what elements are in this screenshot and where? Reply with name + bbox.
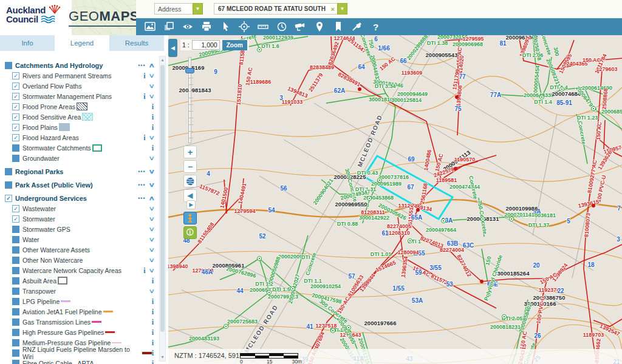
chevron-down-icon[interactable]: ∨ <box>148 215 155 222</box>
layer-checkbox[interactable] <box>12 236 19 243</box>
scrollbar-thumb[interactable] <box>160 65 165 332</box>
layer-row[interactable]: ✓Stormwater∨ <box>0 214 157 224</box>
layer-row[interactable]: RNZ Liquid Fuels Pipeline Marsden to Wir… <box>0 348 157 358</box>
street-view-pegman-button[interactable] <box>183 212 197 224</box>
info-icon[interactable]: i <box>143 73 145 79</box>
zoom-in-button[interactable]: + <box>183 146 197 158</box>
chevron-down-icon[interactable]: ∨ <box>148 288 155 294</box>
chevron-down-icon[interactable]: ∨ <box>148 267 155 274</box>
info-icon[interactable]: i <box>152 329 154 335</box>
layer-row[interactable]: ✓Flood Plainsi <box>0 122 157 132</box>
layer-group-row[interactable]: Park Asset (Public View)•••∨ <box>0 180 157 190</box>
tab-legend[interactable]: Legend <box>55 35 109 51</box>
layer-row[interactable]: Gas Transmission Linesi <box>0 317 157 327</box>
layer-checkbox[interactable] <box>12 257 19 264</box>
layer-row[interactable]: ✓Flood Prone Areasi <box>0 101 157 112</box>
layers-icon[interactable] <box>162 21 175 33</box>
layer-checkbox[interactable] <box>12 277 19 285</box>
layer-checkbox[interactable]: ✓ <box>12 93 19 100</box>
history-icon[interactable] <box>275 21 288 33</box>
chevron-down-icon[interactable]: ∨ <box>148 93 155 99</box>
layer-row[interactable]: ✓Flood Hazard Areasi∨ <box>0 132 157 143</box>
layer-row[interactable]: ✓Flood Sensitive Areai <box>0 112 157 122</box>
layer-checkbox[interactable] <box>5 62 12 69</box>
layer-checkbox[interactable] <box>12 318 19 326</box>
chevron-down-icon[interactable]: ∨ <box>148 155 155 161</box>
zoom-slider-handle[interactable] <box>185 68 194 73</box>
chevron-down-icon[interactable]: ∨ <box>148 72 155 79</box>
layer-checkbox[interactable] <box>12 349 19 357</box>
layer-group-row[interactable]: ✓Underground Services•••∧ <box>0 193 157 203</box>
info-icon[interactable]: i <box>152 145 154 151</box>
tab-results[interactable]: Results <box>109 35 164 51</box>
sidebar-scrollbar[interactable]: ▲ ▼ <box>159 56 166 362</box>
layer-row[interactable]: Aviation JetA1 Fuel Pipelinei <box>0 306 157 317</box>
bookmark-icon[interactable] <box>332 21 344 33</box>
layer-checkbox[interactable]: ✓ <box>12 113 19 121</box>
info-icon[interactable]: i <box>152 114 154 120</box>
layer-checkbox[interactable] <box>12 288 19 295</box>
layer-checkbox[interactable]: ✓ <box>12 134 19 141</box>
layer-row[interactable]: ✓Stormwater Management Plansi∨ <box>0 91 157 101</box>
overflow-menu-icon[interactable]: ••• <box>138 169 145 175</box>
chevron-down-icon[interactable]: ∨ <box>148 226 155 232</box>
info-icon[interactable]: i <box>152 319 154 325</box>
search-type-select[interactable]: Address ▼ <box>154 3 203 15</box>
layer-checkbox[interactable] <box>12 226 19 233</box>
identify-info-button[interactable]: ⓘ <box>183 226 197 239</box>
layer-row[interactable]: Stormwater Catchmentsi <box>0 143 157 153</box>
selected-parcel[interactable] <box>364 156 453 219</box>
layer-row[interactable]: Asbuilt Areai <box>0 275 157 286</box>
chevron-down-icon[interactable]: ∨ <box>148 236 155 243</box>
info-icon[interactable]: i <box>152 278 154 284</box>
layer-checkbox[interactable]: ✓ <box>12 83 19 90</box>
info-icon[interactable]: i <box>152 309 154 315</box>
next-extent-button[interactable]: ▶ <box>186 200 196 209</box>
search-input[interactable]: 67 MCLEOD ROAD TE ATATU SOUTH × ▼ <box>214 3 347 15</box>
zoom-button[interactable]: Zoom <box>222 40 247 50</box>
info-icon[interactable]: i <box>143 135 145 141</box>
locate-icon[interactable] <box>238 21 250 33</box>
search-type-dropdown-icon[interactable]: ▼ <box>193 3 203 15</box>
info-icon[interactable]: i <box>152 340 154 346</box>
info-icon[interactable]: i <box>152 104 154 110</box>
full-extent-globe-button[interactable] <box>183 175 197 187</box>
layer-checkbox[interactable]: ✓ <box>12 124 19 131</box>
layer-group-row[interactable]: Regional Parks•••∨ <box>0 166 157 177</box>
layer-row[interactable]: Groundwater∨ <box>0 153 157 163</box>
chevron-up-icon[interactable]: ∧ <box>148 62 155 69</box>
chevron-down-icon[interactable]: ∨ <box>148 134 155 141</box>
visibility-icon[interactable] <box>181 21 194 33</box>
zoom-slider[interactable] <box>186 57 194 143</box>
drop-pin-icon[interactable] <box>313 21 326 33</box>
chevron-down-icon[interactable]: ∨ <box>148 83 155 89</box>
layer-checkbox[interactable] <box>12 298 19 305</box>
tab-info[interactable]: Info <box>0 35 55 51</box>
clear-search-icon[interactable]: × <box>329 5 337 13</box>
layer-row[interactable]: ✓Rivers and Permanent Streamsi∨ <box>0 70 157 81</box>
layer-checkbox[interactable]: ✓ <box>12 215 19 223</box>
layer-checkbox[interactable] <box>5 181 12 189</box>
layer-row[interactable]: Other Non Watercare∨ <box>0 255 157 265</box>
select-cursor-icon[interactable] <box>219 21 231 33</box>
layer-row[interactable]: Transpower∨ <box>0 286 157 296</box>
layer-checkbox[interactable] <box>12 144 19 152</box>
street-view-camera-icon[interactable] <box>294 21 307 33</box>
collapse-sidebar-button[interactable]: ◀ <box>168 39 177 57</box>
chevron-down-icon[interactable]: ∨ <box>148 181 155 188</box>
layer-row[interactable]: Watercare Network Capacity Areasi∨ <box>0 265 157 275</box>
chevron-down-icon[interactable]: ∨ <box>148 246 155 253</box>
chevron-down-icon[interactable]: ∨ <box>148 257 155 263</box>
layer-checkbox[interactable] <box>5 168 12 175</box>
print-icon[interactable] <box>200 21 213 33</box>
info-icon[interactable]: i <box>143 93 145 99</box>
info-icon[interactable]: i <box>152 124 154 130</box>
layer-checkbox[interactable]: ✓ <box>12 72 19 79</box>
layer-row[interactable]: Stormwater GPS∨ <box>0 224 157 234</box>
layer-checkbox[interactable]: ✓ <box>12 103 19 110</box>
overflow-menu-icon[interactable]: ••• <box>138 195 145 201</box>
layer-row[interactable]: High Pressure Gas Pipelinesi <box>0 327 157 337</box>
layer-checkbox[interactable] <box>12 155 19 162</box>
info-icon[interactable]: i <box>152 298 154 305</box>
overflow-menu-icon[interactable]: ••• <box>138 182 145 188</box>
